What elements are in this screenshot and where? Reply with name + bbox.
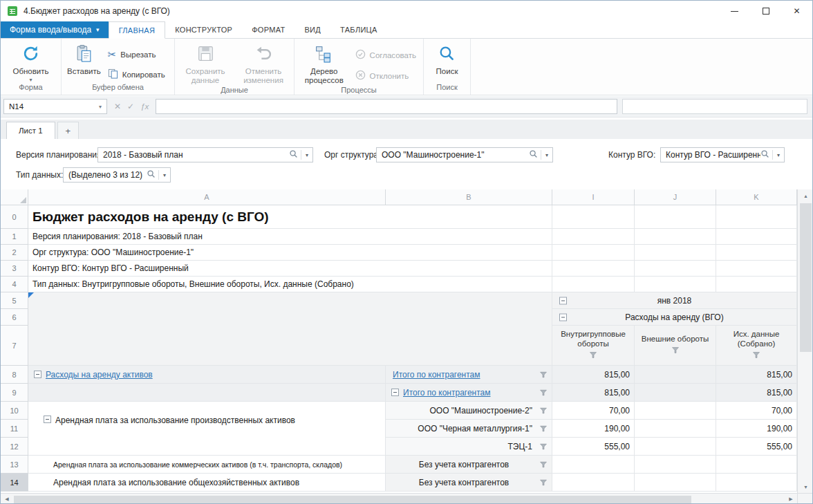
empty-cell[interactable] xyxy=(552,277,635,292)
row-header[interactable]: 5 xyxy=(1,292,28,309)
value-cell[interactable]: 70,00 xyxy=(716,402,797,420)
value-cell[interactable] xyxy=(635,384,716,402)
category-cell[interactable]: Арендная плата за использование коммерче… xyxy=(28,456,386,474)
value-cell[interactable]: 815,00 xyxy=(552,384,635,402)
cut-button[interactable]: ✂ Вырезать xyxy=(104,48,169,61)
add-sheet-button[interactable]: + xyxy=(57,122,80,139)
row-header-selected[interactable]: 14 xyxy=(1,474,28,492)
category-cell[interactable] xyxy=(28,384,386,402)
row-header[interactable]: 7 xyxy=(1,326,28,366)
collapse-icon[interactable] xyxy=(559,297,567,304)
select-all-corner[interactable] xyxy=(1,189,28,205)
counterparty-cell[interactable]: Без учета контрагентов xyxy=(386,474,552,492)
value-cell[interactable]: 555,00 xyxy=(716,438,797,456)
scroll-right-icon[interactable]: ▶ xyxy=(785,494,797,504)
col-header-b[interactable]: B xyxy=(386,189,552,205)
undo-changes-button[interactable]: Отменить изменения xyxy=(236,41,290,86)
category-cell[interactable]: Расходы на аренду активов xyxy=(28,366,386,384)
filter-funnel-icon[interactable] xyxy=(753,351,760,361)
col-header-a[interactable]: A xyxy=(28,189,386,205)
period-header-cell[interactable]: янв 2018 xyxy=(552,292,797,309)
maximize-button[interactable] xyxy=(750,1,781,21)
value-cell[interactable]: 190,00 xyxy=(552,420,635,438)
category-link[interactable]: Расходы на аренду активов xyxy=(46,370,153,380)
empty-cell[interactable] xyxy=(635,245,716,261)
empty-cell[interactable] xyxy=(716,245,797,261)
value-cell[interactable]: 190,00 xyxy=(716,420,797,438)
tab-konstruktor[interactable]: КОНСТРУКТОР xyxy=(165,21,242,38)
scroll-left-icon[interactable]: ◀ xyxy=(1,494,13,504)
category-cell[interactable]: Арендная плата за использование общехозя… xyxy=(28,474,386,492)
value-cell[interactable]: 815,00 xyxy=(552,366,635,384)
empty-cell[interactable] xyxy=(635,277,716,292)
counterparty-cell[interactable]: ООО "Машиностроение-2" xyxy=(386,402,552,420)
empty-cell[interactable] xyxy=(552,245,635,261)
row-header[interactable]: 4 xyxy=(1,277,28,292)
row-header[interactable]: 6 xyxy=(1,309,28,326)
measure-header-cell[interactable]: Расходы на аренду (ВГО) xyxy=(552,309,797,326)
counterparty-link[interactable]: Итого по контрагентам xyxy=(403,388,491,398)
tab-vid[interactable]: ВИД xyxy=(295,21,330,38)
info-version-cell[interactable]: Версия планирования: 2018 - Базовый план xyxy=(28,229,552,245)
value-cell[interactable]: 815,00 xyxy=(716,366,797,384)
info-contour-cell[interactable]: Контур ВГО: Контур ВГО - Расширенный xyxy=(28,261,552,277)
col-header-j[interactable]: J xyxy=(635,189,716,205)
row-header[interactable]: 10 xyxy=(1,402,28,420)
filter-funnel-icon[interactable] xyxy=(540,461,547,467)
row-header[interactable]: 8 xyxy=(1,366,28,384)
refresh-button[interactable]: Обновить ▾ xyxy=(10,41,51,83)
col-title-cell[interactable]: Исх. данные (Собрано) xyxy=(716,326,797,366)
horizontal-scroll-thumb[interactable] xyxy=(14,496,691,503)
value-cell[interactable]: 70,00 xyxy=(552,402,635,420)
empty-cell[interactable] xyxy=(635,261,716,277)
header-corner-region[interactable] xyxy=(28,292,552,366)
row-header[interactable]: 9 xyxy=(1,384,28,402)
col-title-cell[interactable]: Внешние обороты xyxy=(635,326,716,366)
counterparty-cell[interactable]: Итого по контрагентам xyxy=(386,366,552,384)
sheet-tab-list1[interactable]: Лист 1 xyxy=(6,122,55,139)
value-cell[interactable]: 815,00 xyxy=(716,384,797,402)
save-data-button[interactable]: Сохранить данные xyxy=(178,41,232,86)
process-tree-button[interactable]: Дерево процессов xyxy=(297,41,351,86)
scroll-down-icon[interactable]: ▼ xyxy=(798,480,813,493)
info-org-cell[interactable]: Орг структура: ООО "Машиностроение-1" xyxy=(28,245,552,261)
row-header[interactable]: 3 xyxy=(1,261,28,277)
filter-funnel-icon[interactable] xyxy=(540,443,547,449)
value-cell[interactable] xyxy=(635,402,716,420)
counterparty-cell[interactable]: ТЭЦ-1 xyxy=(386,438,552,456)
counterparty-cell[interactable]: ООО "Черная металлургия-1" xyxy=(386,420,552,438)
col-title-cell[interactable]: Внутригрупповые обороты xyxy=(552,326,635,366)
insert-function-icon[interactable]: ƒx xyxy=(140,102,149,111)
tab-glavnaya[interactable]: ГЛАВНАЯ xyxy=(109,21,166,39)
vertical-scrollbar[interactable]: ▲ ▼ xyxy=(797,189,813,493)
value-cell[interactable] xyxy=(552,474,635,492)
value-cell[interactable] xyxy=(635,366,716,384)
datatype-filter-combo[interactable]: (Выделено 3 из 12) ▾ xyxy=(63,167,171,183)
contour-filter-combo[interactable]: Контур ВГО - Расширенный ▾ xyxy=(660,147,785,162)
empty-cell[interactable] xyxy=(635,229,716,245)
empty-cell[interactable] xyxy=(552,229,635,245)
counterparty-cell[interactable]: Без учета контрагентов xyxy=(386,456,552,474)
form-io-menu-button[interactable]: Форма ввода/вывода ▾ xyxy=(1,21,109,38)
search-button[interactable]: Поиск xyxy=(433,41,461,76)
formula-input[interactable] xyxy=(156,99,617,114)
collapse-icon[interactable] xyxy=(391,389,399,396)
empty-cell[interactable] xyxy=(635,205,716,229)
empty-cell[interactable] xyxy=(716,229,797,245)
info-datatype-cell[interactable]: Тип данных: Внутригрупповые обороты, Вне… xyxy=(28,277,552,292)
value-cell[interactable] xyxy=(716,474,797,492)
empty-cell[interactable] xyxy=(716,205,797,229)
value-cell[interactable] xyxy=(635,456,716,474)
org-filter-combo[interactable]: ООО "Машиностроение-1" ▾ xyxy=(376,147,553,162)
copy-button[interactable]: Копировать xyxy=(104,67,169,82)
reject-button[interactable]: Отклонить xyxy=(351,68,420,83)
filter-funnel-icon[interactable] xyxy=(540,407,547,413)
close-button[interactable]: ✕ xyxy=(781,1,812,21)
row-header[interactable]: 1 xyxy=(1,229,28,245)
horizontal-scrollbar[interactable]: ◀ ▶ xyxy=(1,493,797,504)
empty-cell[interactable] xyxy=(552,205,635,229)
col-header-k[interactable]: K xyxy=(716,189,797,205)
filter-funnel-icon[interactable] xyxy=(540,389,547,395)
value-cell[interactable] xyxy=(635,420,716,438)
approve-button[interactable]: Согласовать xyxy=(351,48,420,62)
